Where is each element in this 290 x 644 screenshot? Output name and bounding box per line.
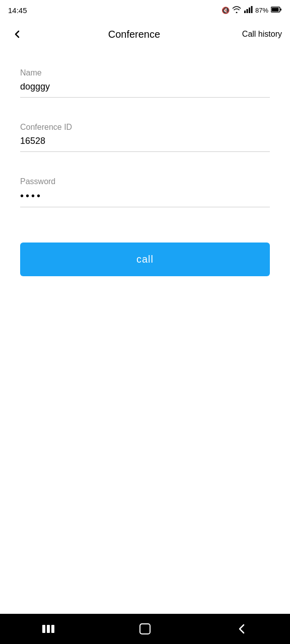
svg-rect-2 <box>249 8 250 13</box>
back-button[interactable] <box>8 25 26 43</box>
battery-text: 87% <box>255 7 268 14</box>
svg-rect-8 <box>47 625 50 633</box>
name-label: Name <box>20 68 270 77</box>
svg-rect-10 <box>140 624 150 634</box>
svg-rect-1 <box>246 9 248 13</box>
main-content: Name dogggy Conference ID 16528 Password… <box>0 48 290 614</box>
status-time: 14:45 <box>8 6 27 15</box>
wifi-icon <box>232 6 241 15</box>
bottom-nav <box>0 614 290 644</box>
call-button[interactable]: call <box>20 243 270 276</box>
conference-id-label: Conference ID <box>20 123 270 132</box>
signal-icon <box>244 6 253 15</box>
status-icons: 🔇 87% <box>222 6 282 15</box>
back-nav-button[interactable] <box>227 619 257 639</box>
call-history-link[interactable]: Call history <box>242 30 282 39</box>
conference-id-value[interactable]: 16528 <box>20 136 270 152</box>
status-bar: 14:45 🔇 87% <box>0 0 290 20</box>
menu-button[interactable] <box>33 619 63 639</box>
svg-rect-3 <box>251 6 252 13</box>
svg-rect-9 <box>51 625 54 633</box>
name-field-group: Name dogggy <box>20 68 270 98</box>
page-title: Conference <box>108 29 160 40</box>
mute-icon: 🔇 <box>222 7 230 14</box>
svg-rect-6 <box>272 8 279 11</box>
svg-rect-5 <box>280 9 282 11</box>
password-label: Password <box>20 177 270 186</box>
password-value[interactable]: •••• <box>20 190 270 207</box>
battery-icon <box>271 7 282 14</box>
svg-rect-0 <box>244 11 246 13</box>
nav-bar: Conference Call history <box>0 20 290 48</box>
home-button[interactable] <box>130 619 160 639</box>
password-field-group: Password •••• <box>20 177 270 207</box>
svg-rect-7 <box>42 625 45 633</box>
name-value[interactable]: dogggy <box>20 82 270 98</box>
conference-id-field-group: Conference ID 16528 <box>20 123 270 152</box>
